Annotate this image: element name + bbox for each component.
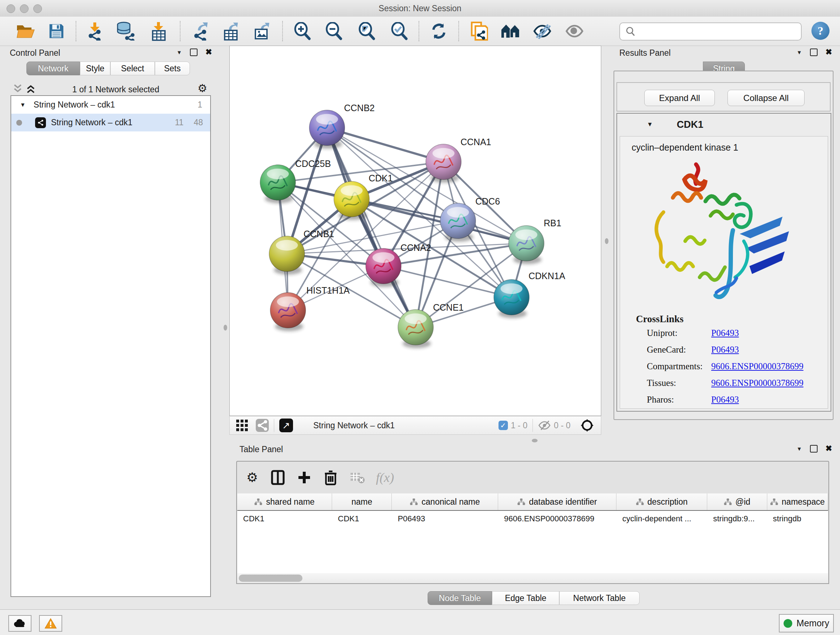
tab-network[interactable]: Network: [27, 62, 80, 75]
left-splitter-handle[interactable]: [224, 325, 227, 331]
expand-all-tree-button[interactable]: [25, 83, 36, 94]
column-header-shared-name[interactable]: shared name: [237, 494, 332, 510]
zoom-in-button[interactable]: [290, 19, 315, 43]
search-input[interactable]: [639, 27, 801, 36]
column-header-namespace[interactable]: namespace: [767, 494, 828, 510]
horizontal-scrollbar[interactable]: [237, 573, 828, 583]
table-row[interactable]: CDK1CDK1P064939606.ENSP00000378699cyclin…: [237, 511, 828, 527]
close-panel-icon[interactable]: ✖: [826, 444, 832, 453]
float-panel-icon[interactable]: [810, 445, 818, 453]
crosslink-value-link[interactable]: P06493: [711, 394, 739, 405]
panel-menu-icon[interactable]: ▼: [797, 446, 802, 452]
tab-node-table[interactable]: Node Table: [428, 591, 492, 605]
zoom-out-button[interactable]: [321, 19, 347, 43]
export-network-button[interactable]: [188, 19, 214, 43]
float-panel-icon[interactable]: [190, 49, 197, 56]
collapse-all-button[interactable]: Collapse All: [728, 90, 805, 106]
node-CDKN1A[interactable]: CDKN1A: [494, 271, 565, 318]
tab-select[interactable]: Select: [111, 62, 155, 75]
protein-card-header[interactable]: ▼ CDK1: [617, 114, 831, 135]
table-cell[interactable]: 9606.ENSP00000378699: [498, 514, 616, 524]
string-home-button[interactable]: [498, 19, 523, 43]
expand-all-button[interactable]: Expand All: [644, 90, 715, 106]
delete-table-icon[interactable]: [350, 471, 365, 484]
network-options-gear-icon[interactable]: ⚙: [197, 82, 207, 95]
network-collection-row[interactable]: ▼ String Network – cdk1 1: [11, 96, 210, 114]
table-cell[interactable]: stringdb:9...: [707, 514, 767, 524]
open-view-icon[interactable]: ↗: [279, 418, 293, 432]
table-cell[interactable]: CDK1: [332, 514, 392, 524]
collapse-all-tree-button[interactable]: [12, 83, 23, 94]
network-graph[interactable]: CCNB2CCNA1CDC25BCDK1CDC6RB1CCNB1CCNA2CDK…: [230, 46, 601, 416]
cloud-button[interactable]: [8, 615, 32, 632]
collapse-triangle-icon[interactable]: ▼: [20, 102, 26, 108]
collapse-triangle-icon[interactable]: ▼: [647, 121, 653, 128]
zoom-fit-button[interactable]: [354, 19, 379, 43]
crosslink-value-link[interactable]: P06493: [711, 328, 739, 338]
import-table-button[interactable]: [146, 19, 171, 43]
table-cell[interactable]: cyclin-dependent ...: [616, 514, 707, 524]
import-network-icon: [86, 22, 104, 41]
edge-CCNB2-CCNE1[interactable]: [327, 128, 416, 327]
column-header-description[interactable]: description: [616, 494, 707, 510]
node-HIST1H1A[interactable]: HIST1H1A: [270, 285, 350, 331]
panel-menu-icon[interactable]: ▼: [177, 49, 182, 55]
copy-network-button[interactable]: [466, 19, 492, 43]
column-header-canonical-name[interactable]: canonical name: [392, 494, 498, 510]
close-panel-icon[interactable]: ✖: [826, 48, 832, 57]
network-row-selected[interactable]: String Network – cdk1 11 48: [11, 114, 210, 131]
node-label-HIST1H1A: HIST1H1A: [306, 285, 350, 295]
network-label: String Network – cdk1: [51, 118, 133, 127]
table-cell[interactable]: P06493: [392, 514, 498, 524]
export-table-button[interactable]: [219, 19, 244, 43]
panel-menu-icon[interactable]: ▼: [797, 49, 802, 55]
network-tree: ▼ String Network – cdk1 1 String Network…: [11, 95, 211, 597]
column-header-database-identifier[interactable]: database identifier: [498, 494, 616, 510]
network-canvas[interactable]: CCNB2CCNA1CDC25BCDK1CDC6RB1CCNB1CCNA2CDK…: [229, 46, 601, 416]
export-image-button[interactable]: [250, 19, 275, 43]
tab-style[interactable]: Style: [80, 62, 111, 75]
network-status-dot: [16, 120, 22, 126]
column-label: @id: [736, 497, 750, 507]
tab-network-table[interactable]: Network Table: [559, 591, 639, 605]
open-session-button[interactable]: [13, 19, 38, 43]
hide-unselected-button[interactable]: [530, 19, 555, 43]
show-all-button[interactable]: [562, 19, 587, 43]
delete-column-trash-icon[interactable]: [324, 470, 338, 486]
tab-sets[interactable]: Sets: [155, 62, 190, 75]
crosslink-value-link[interactable]: 9606.ENSP00000378699: [711, 361, 804, 371]
table-settings-gear-icon[interactable]: ⚙: [246, 470, 258, 485]
crosslink-value-link[interactable]: P06493: [711, 345, 739, 355]
zoom-selected-button[interactable]: [387, 19, 412, 43]
selected-checkbox-icon[interactable]: ✓: [499, 421, 508, 430]
save-session-button[interactable]: [44, 19, 69, 43]
close-panel-icon[interactable]: ✖: [205, 48, 212, 57]
grid-view-icon[interactable]: [235, 419, 248, 432]
memory-button[interactable]: Memory: [779, 614, 834, 632]
zoom-out-icon: [325, 22, 343, 40]
add-column-icon[interactable]: [297, 470, 311, 485]
column-header-name[interactable]: name: [332, 494, 392, 510]
warnings-button[interactable]: [39, 615, 62, 632]
show-columns-icon[interactable]: [271, 470, 285, 485]
import-network-file-button[interactable]: [82, 19, 107, 43]
table-cell[interactable]: CDK1: [237, 514, 332, 524]
column-label: database identifier: [529, 497, 597, 507]
tab-edge-table[interactable]: Edge Table: [492, 591, 559, 605]
refresh-layout-button[interactable]: [426, 19, 452, 43]
column-header-@id[interactable]: @id: [707, 494, 767, 510]
node-RB1[interactable]: RB1: [508, 218, 561, 264]
help-button[interactable]: ?: [812, 22, 829, 40]
right-splitter-handle[interactable]: [605, 238, 608, 244]
function-builder-icon[interactable]: f(x): [376, 470, 394, 485]
bottom-splitter-handle[interactable]: [532, 439, 538, 442]
birdseye-toggle-icon[interactable]: [580, 418, 594, 432]
edge-CCNB2-CCNA1[interactable]: [327, 128, 444, 162]
string-network-icon: [35, 117, 46, 128]
table-cell[interactable]: stringdb: [767, 514, 828, 524]
scrollbar-thumb[interactable]: [239, 575, 302, 582]
share-view-icon[interactable]: [256, 419, 269, 432]
float-panel-icon[interactable]: [810, 49, 818, 56]
crosslink-value-link[interactable]: 9606.ENSP00000378699: [711, 378, 804, 388]
import-network-database-button[interactable]: [113, 19, 139, 43]
